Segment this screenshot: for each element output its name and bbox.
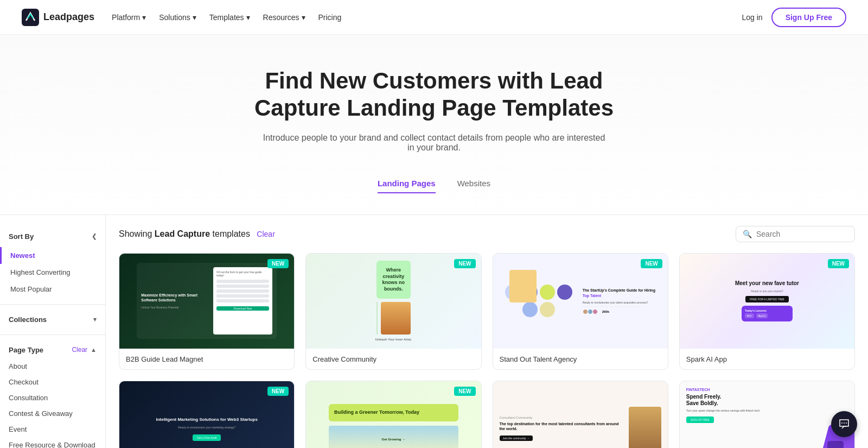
template-name-standout: Stand Out Talent Agency [500,355,577,363]
page-type-items: About Checkout Consultation Contest & Gi… [0,358,105,448]
collections-header[interactable]: Collections ▾ [0,311,105,328]
template-card-fintas[interactable]: FINTASTECH Spend Freely.Save Boldly. Tur… [679,381,855,448]
template-card-creative[interactable]: NEW Where creativityknows no bounds. Unl… [305,253,481,370]
chevron-down-icon: ▾ [193,13,196,22]
search-box[interactable]: 🔍 [736,226,855,242]
sidebar-divider-2 [0,335,105,335]
template-thumb-b2b: NEW Maximize Efficiency with Smart Softw… [119,254,294,349]
logo[interactable]: Leadpages [22,9,94,26]
page-type-chevron-icon: ▲ [91,346,97,353]
new-badge: NEW [454,387,475,396]
page-type-free-resource[interactable]: Free Resource & Download [0,437,105,448]
new-badge: NEW [454,259,475,268]
template-thumb-fintas: FINTASTECH Spend Freely.Save Boldly. Tur… [680,381,854,448]
template-thumb-martech: NEW Intelligent Marketing Solutions for … [119,381,294,448]
nav-templates[interactable]: Templates ▾ [209,13,250,22]
chat-icon [838,418,851,431]
new-badge: NEW [828,259,849,268]
nav-platform[interactable]: Platform ▾ [112,13,146,22]
new-badge: NEW [267,387,289,396]
page-type-consultation[interactable]: Consultation [0,390,105,406]
main-toolbar: Showing Lead Capture templates Clear 🔍 [119,226,855,242]
page-type-clear-button[interactable]: Clear [72,346,87,354]
sort-by-header[interactable]: Sort By ❮ [0,226,105,247]
chevron-down-icon: ▾ [142,13,146,22]
nav-left: Leadpages Platform ▾ Solutions ▾ Templat… [22,9,341,26]
template-thumb-standout: NEW The StartUp's Complete Guid [493,254,668,349]
template-card-sustain[interactable]: NEW Building a Greener Tomorrow, Today G… [305,381,481,448]
chat-bubble-button[interactable] [831,411,857,437]
sort-items: Newest Highest Converting Most Popular [0,247,105,298]
template-name-b2b: B2B Guide Lead Magnet [126,355,203,363]
content-area: Sort By ❮ Newest Highest Converting Most… [0,215,868,448]
login-button[interactable]: Log in [742,13,762,22]
new-badge: NEW [267,259,289,268]
sidebar: Sort By ❮ Newest Highest Converting Most… [0,215,106,448]
tabs-container: Landing Pages Websites [22,174,846,193]
main-content: Showing Lead Capture templates Clear 🔍 N… [106,215,868,448]
sort-newest[interactable]: Newest [0,247,105,264]
page-type-contest-giveaway[interactable]: Contest & Giveaway [0,406,105,421]
template-thumb-consultant: Consultant Community The top destination… [493,381,668,448]
template-thumb-spark: NEW Meet your new fave tutor Ready to ac… [680,254,854,349]
signup-button[interactable]: Sign Up Free [771,8,846,27]
navbar: Leadpages Platform ▾ Solutions ▾ Templat… [0,0,868,35]
sidebar-divider-1 [0,304,105,305]
search-icon: 🔍 [743,230,752,238]
svg-point-3 [846,422,847,424]
template-name-spark: Spark AI App [686,355,727,363]
page-type-checkout[interactable]: Checkout [0,374,105,390]
showing-text: Showing Lead Capture templates Clear [119,229,275,239]
clear-filter-button[interactable]: Clear [257,230,275,238]
collections-chevron-icon: ▾ [93,316,97,323]
sort-highest-converting[interactable]: Highest Converting [0,264,105,281]
hero-subtitle: Introduce people to your brand and colle… [260,133,608,153]
page-type-header: Page Type Clear ▲ [0,342,105,358]
search-input[interactable] [756,230,848,238]
template-card-standout[interactable]: NEW The StartUp's Complete Guid [493,253,668,370]
svg-point-2 [844,422,845,424]
hero-section: Find New Customers with Lead Capture Lan… [0,35,868,214]
svg-rect-0 [22,9,39,26]
logo-text: Leadpages [43,11,94,23]
sort-most-popular[interactable]: Most Popular [0,281,105,298]
leadpages-logo-icon [22,9,39,26]
page-type-event[interactable]: Event [0,421,105,437]
template-card-consultant[interactable]: Consultant Community The top destination… [493,381,668,448]
nav-right: Log in Sign Up Free [742,8,846,27]
page-type-about[interactable]: About [0,358,105,374]
templates-grid: NEW Maximize Efficiency with Smart Softw… [119,253,855,448]
template-name-creative: Creative Community [312,355,376,363]
nav-solutions[interactable]: Solutions ▾ [159,13,196,22]
hero-title: Find New Customers with Lead Capture Lan… [244,67,624,122]
nav-pricing[interactable]: Pricing [318,13,342,22]
template-thumb-creative: NEW Where creativityknows no bounds. Unl… [306,254,481,349]
svg-point-1 [841,422,843,424]
tab-landing-pages[interactable]: Landing Pages [378,174,436,193]
chevron-down-icon: ▾ [302,13,305,22]
new-badge: NEW [641,259,662,268]
tab-websites[interactable]: Websites [457,174,490,193]
template-card-b2b[interactable]: NEW Maximize Efficiency with Smart Softw… [119,253,295,370]
nav-resources[interactable]: Resources ▾ [263,13,305,22]
template-card-spark[interactable]: NEW Meet your new fave tutor Ready to ac… [679,253,855,370]
sort-collapse-icon: ❮ [92,233,97,240]
template-thumb-sustain: NEW Building a Greener Tomorrow, Today G… [306,381,481,448]
nav-links: Platform ▾ Solutions ▾ Templates ▾ Resou… [112,13,341,22]
chevron-down-icon: ▾ [246,13,250,22]
template-card-martech[interactable]: NEW Intelligent Marketing Solutions for … [119,381,295,448]
